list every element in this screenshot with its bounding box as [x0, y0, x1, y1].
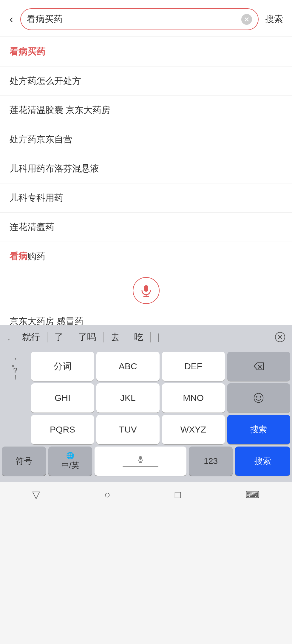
header: ‹ 看病买药 搜索 [0, 0, 292, 36]
keyboard: , 。 ? ! 分词 ABC DEF GHI JKL MNO [0, 349, 292, 482]
suggestions-list: 看病买药 处方药怎么开处方 莲花清温胶囊 京东大药房 处方药京东自营 儿科用药布… [0, 37, 292, 271]
predict-word-2[interactable]: 了吗 [71, 328, 103, 346]
predict-bar: , 就行 了 了吗 去 吃 | [0, 325, 292, 349]
nav-keyboard-button[interactable]: ⌨ [245, 489, 260, 501]
predict-word-4[interactable]: 吃 [127, 328, 150, 346]
suggestion-item[interactable]: 莲花清温胶囊 京东大药房 [0, 96, 292, 125]
suggestion-item[interactable]: 处方药怎么开处方 [0, 67, 292, 96]
search-bar: 看病买药 [20, 8, 259, 30]
predict-word-0[interactable]: 就行 [15, 328, 47, 346]
partial-suggestion-item[interactable]: 京东大药房 感冒药 [0, 307, 292, 325]
key-row-2: GHI JKL MNO [2, 383, 290, 413]
key-pqrs[interactable]: PQRS [31, 415, 94, 444]
suggestion-item[interactable]: 儿科用药布洛芬混悬液 [0, 154, 292, 183]
clear-icon[interactable] [241, 14, 252, 25]
predict-word-5[interactable]: | [151, 329, 167, 345]
suggestion-text-4: 儿科用药布洛芬混悬液 [10, 163, 99, 175]
punctuation-col: , 。 ? ! [2, 352, 29, 381]
svg-rect-13 [139, 456, 142, 460]
suggestion-item[interactable]: 看病买药 [0, 37, 292, 67]
predict-word-3[interactable]: 去 [103, 328, 127, 346]
key-row-1: , 。 ? ! 分词 ABC DEF [2, 352, 290, 381]
key-tuv[interactable]: TUV [96, 415, 159, 444]
key-mno[interactable]: MNO [162, 383, 225, 413]
suggestion-text-6: 连花清瘟药 [10, 221, 54, 233]
key-symbol[interactable]: 符号 [2, 447, 46, 476]
key-ghi[interactable]: GHI [31, 383, 94, 413]
punct-comma[interactable]: , [14, 352, 16, 359]
suggestion-item[interactable]: 连花清瘟药 [0, 213, 292, 242]
punct-period[interactable]: 。 [11, 359, 19, 366]
key-jkl[interactable]: JKL [96, 383, 159, 413]
suggestion-text-1: 处方药怎么开处方 [10, 75, 81, 87]
space-mic-icon [137, 455, 144, 465]
suggestion-text-7b: 购药 [27, 250, 45, 262]
suggestion-text-5: 儿科专科用药 [10, 192, 63, 204]
globe-icon: 🌐 [66, 452, 74, 460]
partial-suggestion-text: 京东大药房 感冒药 [10, 316, 84, 325]
key-row-bottom: 符号 🌐 中/英 123 搜索 [2, 447, 290, 476]
key-num[interactable]: 123 [189, 447, 233, 476]
key-fenci[interactable]: 分词 [31, 352, 94, 381]
search-input[interactable]: 看病买药 [27, 13, 238, 25]
mic-container [0, 271, 292, 307]
svg-rect-2 [144, 285, 148, 292]
key-space[interactable] [95, 447, 186, 476]
punct-exclaim[interactable]: ! [14, 374, 16, 380]
key-wxyz[interactable]: WXYZ [162, 415, 225, 444]
back-button[interactable]: ‹ [7, 13, 16, 26]
key-search-keyboard[interactable]: 搜索 [227, 415, 290, 444]
suggestion-text-2: 莲花清温胶囊 京东大药房 [10, 104, 110, 116]
nav-home-button[interactable]: ○ [104, 489, 111, 501]
svg-point-11 [256, 396, 258, 398]
search-button[interactable]: 搜索 [263, 13, 285, 25]
key-abc[interactable]: ABC [96, 352, 159, 381]
suggestion-text-7a: 看病 [10, 250, 27, 262]
svg-point-12 [260, 396, 261, 398]
predict-delete-button[interactable] [271, 328, 289, 346]
key-emoji[interactable] [227, 383, 290, 413]
key-search-action[interactable]: 搜索 [235, 447, 290, 476]
suggestion-text-0: 看病买药 [10, 46, 45, 58]
space-line [123, 466, 158, 467]
nav-recent-button[interactable]: □ [175, 489, 181, 501]
predict-word-1[interactable]: 了 [47, 328, 71, 346]
lang-label: 中/英 [61, 460, 79, 471]
space-mic-container [123, 455, 158, 467]
punct-question[interactable]: ? [13, 367, 17, 373]
key-def[interactable]: DEF [162, 352, 225, 381]
suggestion-text-3: 处方药京东自营 [10, 133, 72, 146]
key-lang[interactable]: 🌐 中/英 [48, 447, 92, 476]
key-backspace[interactable] [227, 352, 290, 381]
svg-point-10 [254, 393, 263, 403]
predict-words: 就行 了 了吗 去 吃 | [15, 328, 271, 346]
voice-mic-button[interactable] [133, 277, 160, 304]
predict-comma: , [3, 332, 15, 342]
nav-back-button[interactable]: ▽ [32, 489, 40, 501]
suggestion-item[interactable]: 处方药京东自营 [0, 125, 292, 154]
key-row-3: PQRS TUV WXYZ 搜索 [2, 415, 290, 444]
suggestion-item[interactable]: 儿科专科用药 [0, 183, 292, 213]
suggestion-item[interactable]: 看病购药 [0, 242, 292, 271]
nav-bar: ▽ ○ □ ⌨ [0, 482, 292, 509]
